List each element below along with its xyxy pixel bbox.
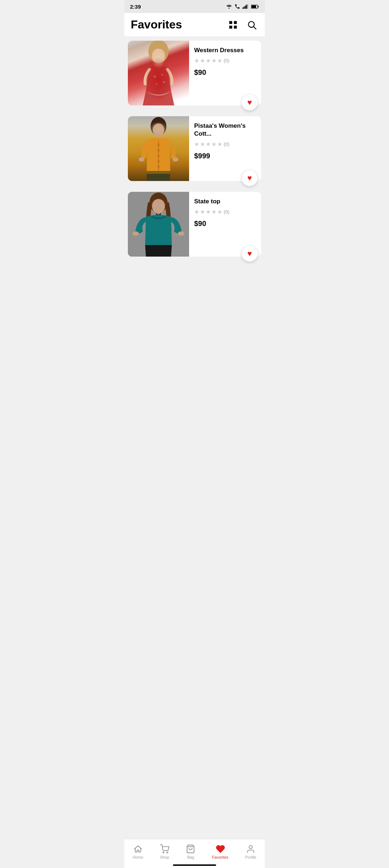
star-1: ★ (194, 57, 199, 64)
stars: ★ ★ ★ ★ ★ (194, 141, 222, 148)
phone-icon (234, 4, 240, 9)
product-card[interactable]: Pistaa's Women's Cott... ★ ★ ★ ★ ★ (0) $… (128, 116, 261, 181)
product-image (128, 192, 189, 257)
svg-point-37 (178, 231, 184, 236)
star-3: ★ (206, 141, 211, 148)
product-name: Pistaa's Women's Cott... (194, 122, 256, 138)
star-1: ★ (194, 208, 199, 215)
svg-point-31 (139, 157, 144, 162)
favorite-button[interactable]: ♥ (242, 246, 258, 262)
product-rating: ★ ★ ★ ★ ★ (0) (194, 208, 256, 215)
svg-rect-2 (245, 5, 246, 9)
product-rating: ★ ★ ★ ★ ★ (0) (194, 57, 256, 64)
svg-point-17 (153, 75, 156, 78)
star-1: ★ (194, 141, 199, 148)
svg-point-29 (157, 166, 160, 168)
svg-point-35 (152, 199, 165, 213)
product-name: State top (194, 198, 256, 205)
star-3: ★ (206, 57, 211, 64)
status-bar: 2:39 (124, 0, 265, 13)
grid-icon (228, 20, 238, 30)
product-image (128, 116, 189, 181)
star-4: ★ (211, 208, 216, 215)
star-4: ★ (211, 57, 216, 64)
stars: ★ ★ ★ ★ ★ (194, 208, 222, 215)
svg-rect-0 (242, 8, 243, 9)
grid-view-button[interactable] (227, 18, 240, 31)
stars: ★ ★ ★ ★ ★ (194, 57, 222, 64)
svg-line-13 (254, 27, 256, 29)
star-2: ★ (200, 208, 205, 215)
product-card[interactable]: State top ★ ★ ★ ★ ★ (0) $90 ♥ (128, 192, 261, 257)
rating-count: (0) (224, 58, 229, 63)
favorite-button[interactable]: ♥ (242, 170, 258, 186)
svg-point-16 (152, 49, 165, 63)
svg-rect-11 (234, 26, 237, 28)
heart-filled-icon: ♥ (247, 173, 252, 183)
svg-rect-7 (258, 6, 259, 7)
svg-rect-8 (229, 21, 232, 24)
search-icon (247, 20, 257, 30)
product-price: $999 (194, 152, 256, 160)
svg-rect-6 (251, 5, 256, 8)
star-5: ★ (217, 57, 222, 64)
svg-rect-23 (156, 136, 161, 139)
header-actions (227, 18, 258, 31)
svg-rect-9 (234, 21, 237, 24)
signal-icon (242, 4, 249, 9)
svg-rect-30 (147, 171, 170, 174)
star-4: ★ (211, 141, 216, 148)
svg-rect-10 (229, 26, 232, 28)
header: Favorites (124, 13, 265, 36)
svg-point-28 (157, 160, 160, 162)
rating-count: (0) (224, 141, 229, 147)
svg-point-20 (163, 81, 165, 83)
svg-rect-4 (247, 4, 249, 9)
status-time: 2:39 (130, 4, 141, 10)
svg-point-22 (153, 123, 164, 136)
page-title: Favorites (131, 18, 182, 31)
star-3: ★ (206, 208, 211, 215)
product-rating: ★ ★ ★ ★ ★ (0) (194, 141, 256, 148)
top-illustration (128, 192, 189, 257)
dress-illustration (128, 41, 189, 105)
search-button[interactable] (245, 18, 258, 31)
kurti-illustration (128, 116, 189, 181)
product-price: $90 (194, 68, 256, 77)
svg-rect-14 (128, 41, 189, 105)
svg-point-26 (157, 149, 160, 152)
star-2: ★ (200, 141, 205, 148)
star-5: ★ (217, 208, 222, 215)
product-price: $90 (194, 220, 256, 228)
product-card[interactable]: Western Dresses ★ ★ ★ ★ ★ (0) $90 ♥ (128, 41, 261, 105)
main-content: Western Dresses ★ ★ ★ ★ ★ (0) $90 ♥ (124, 36, 265, 304)
star-2: ★ (200, 57, 205, 64)
status-icons (226, 4, 259, 9)
svg-point-34 (149, 193, 167, 213)
svg-point-21 (151, 117, 166, 136)
star-5: ★ (217, 141, 222, 148)
product-list: Western Dresses ★ ★ ★ ★ ★ (0) $90 ♥ (124, 36, 265, 268)
heart-filled-icon: ♥ (247, 98, 252, 107)
svg-point-25 (157, 144, 160, 146)
svg-point-15 (148, 41, 169, 63)
heart-filled-icon: ♥ (247, 249, 252, 258)
product-image (128, 41, 189, 105)
svg-point-36 (133, 231, 139, 236)
svg-point-32 (173, 157, 178, 162)
svg-point-18 (161, 74, 163, 76)
product-name: Western Dresses (194, 46, 256, 54)
rating-count: (0) (224, 209, 229, 214)
svg-point-27 (157, 155, 160, 157)
wifi-icon (226, 4, 232, 9)
battery-icon (251, 4, 259, 9)
favorite-button[interactable]: ♥ (242, 95, 258, 110)
svg-rect-3 (246, 5, 247, 9)
svg-rect-1 (244, 6, 245, 9)
svg-point-19 (156, 83, 158, 85)
svg-rect-33 (128, 192, 189, 257)
